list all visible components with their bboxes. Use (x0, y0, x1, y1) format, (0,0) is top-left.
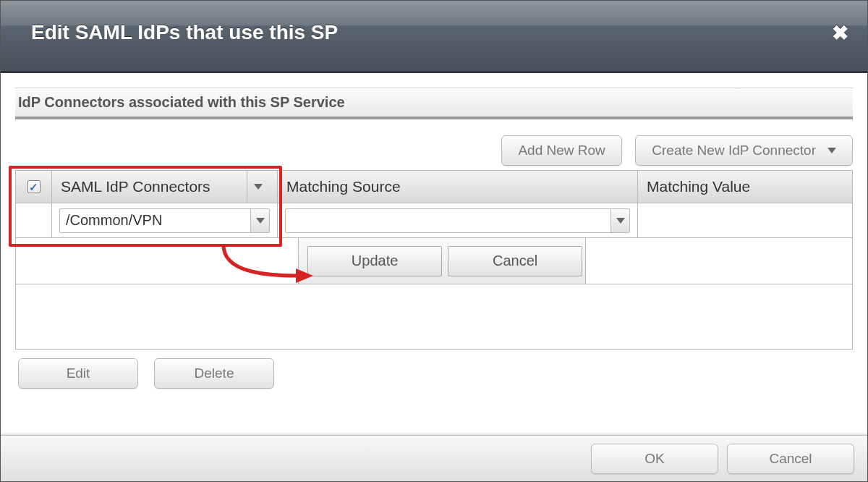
grid-header-connectors-label: SAML IdP Connectors (61, 178, 210, 195)
dialog-footer: OK Cancel (1, 435, 867, 481)
ok-button[interactable]: OK (591, 444, 718, 474)
dialog-window: Edit SAML IdPs that use this SP ✖ IdP Co… (0, 0, 868, 482)
delete-label: Delete (195, 365, 234, 381)
cancel-row-button[interactable]: Cancel (448, 246, 582, 276)
row-connector-cell: /Common/VPN (52, 203, 278, 237)
grid-toolbar: Add New Row Create New IdP Connector (15, 135, 853, 166)
select-all-checkbox[interactable]: ✓ (27, 180, 41, 193)
grid-footer-buttons: Edit Delete (15, 358, 853, 389)
row-edit-bar: Update Cancel (15, 238, 853, 284)
cancel-row-label: Cancel (493, 253, 537, 269)
dialog-titlebar: Edit SAML IdPs that use this SP ✖ (1, 1, 867, 73)
grid-header-connectors[interactable]: SAML IdP Connectors (52, 171, 278, 203)
chevron-down-icon (254, 184, 263, 190)
chevron-down-icon (256, 218, 265, 224)
checkmark-icon: ✓ (29, 182, 38, 193)
row-edit-buttons: Update Cancel (299, 238, 586, 284)
close-icon[interactable]: ✖ (832, 21, 848, 45)
grid-header-value-label: Matching Value (647, 178, 750, 195)
cancel-label: Cancel (769, 451, 812, 467)
chevron-down-icon (827, 148, 836, 153)
update-button[interactable]: Update (307, 246, 442, 276)
table-row[interactable]: /Common/VPN (15, 203, 853, 238)
grid-header-source-label: Matching Source (286, 178, 401, 195)
matching-source-select[interactable] (285, 208, 630, 233)
matching-source-dropdown-button[interactable] (610, 209, 629, 232)
ok-label: OK (644, 451, 664, 467)
dialog-content: IdP Connectors associated with this SP S… (1, 73, 867, 389)
create-idp-connector-label: Create New IdP Connector (652, 143, 816, 158)
grid-header-row: ✓ SAML IdP Connectors Matching Source Ma… (15, 170, 853, 203)
grid-header-value[interactable]: Matching Value (638, 171, 852, 203)
edit-label: Edit (67, 365, 90, 381)
section-title: IdP Connectors associated with this SP S… (15, 88, 853, 119)
column-menu-connectors[interactable] (247, 171, 268, 203)
row-source-cell (278, 203, 638, 237)
row-checkbox-cell (16, 203, 52, 237)
grid-header-checkbox-cell: ✓ (16, 171, 52, 203)
add-new-row-label: Add New Row (518, 143, 605, 158)
update-label: Update (352, 253, 399, 269)
create-idp-connector-button[interactable]: Create New IdP Connector (635, 135, 853, 166)
idp-connector-dropdown-button[interactable] (250, 209, 269, 232)
row-edit-rest (586, 238, 852, 284)
row-edit-spacer (16, 238, 299, 284)
idp-connectors-grid: ✓ SAML IdP Connectors Matching Source Ma… (15, 170, 853, 350)
idp-connector-value: /Common/VPN (60, 212, 250, 229)
add-new-row-button[interactable]: Add New Row (501, 135, 621, 166)
delete-button[interactable]: Delete (154, 358, 274, 389)
chevron-down-icon (616, 218, 625, 224)
idp-connector-select[interactable]: /Common/VPN (59, 208, 270, 233)
grid-header-source[interactable]: Matching Source (278, 171, 638, 203)
matching-value-input[interactable] (645, 208, 845, 233)
row-value-cell (638, 203, 852, 237)
edit-button[interactable]: Edit (18, 358, 138, 389)
dialog-title: Edit SAML IdPs that use this SP (31, 21, 338, 43)
grid-empty-area (15, 284, 853, 350)
cancel-button[interactable]: Cancel (727, 444, 854, 474)
